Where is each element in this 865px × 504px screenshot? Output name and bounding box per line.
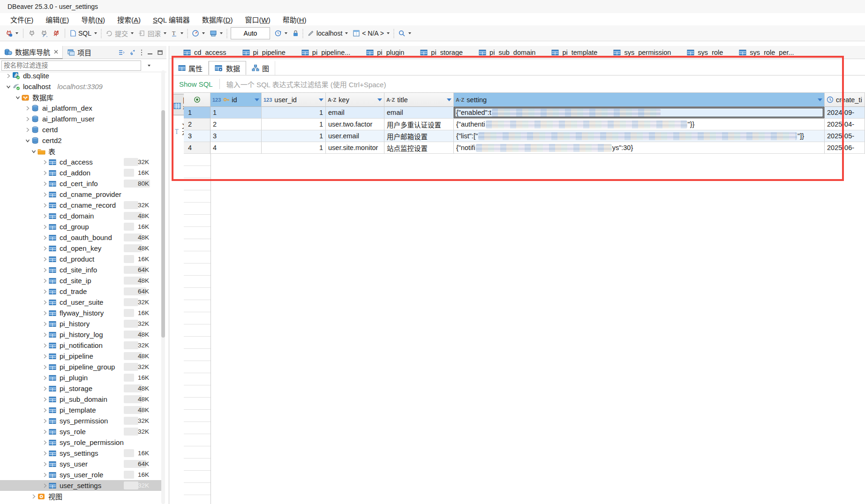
menu-item-6[interactable]: 窗口(W) [240, 13, 276, 26]
menu-item-7[interactable]: 帮助(H) [277, 13, 312, 26]
rollback-button[interactable]: 回滚 [136, 28, 169, 38]
menu-item-4[interactable]: SQL 编辑器 [147, 13, 196, 26]
row-number[interactable]: 3 [184, 130, 211, 142]
editor-tab-pi_sub_domain[interactable]: pi_sub_domain [471, 46, 543, 59]
tree-item-sys_user_role[interactable]: sys_user_role16K [0, 469, 161, 480]
chevron-right-icon[interactable] [41, 429, 49, 435]
tree-item-sys_role_permission[interactable]: sys_role_permission [0, 437, 161, 448]
tree-item-cd_user_suite[interactable]: cd_user_suite32K [0, 297, 161, 308]
minimize-icon[interactable] [147, 50, 153, 55]
sql-editor-button[interactable]: SQL [68, 28, 99, 38]
grid-corner-radio[interactable] [184, 93, 211, 107]
cell-setting[interactable]: {"enabled":t [454, 107, 825, 119]
chevron-right-icon[interactable] [41, 440, 49, 445]
chevron-right-icon[interactable] [41, 461, 49, 467]
sql-filter-placeholder[interactable]: 输入一个 SQL 表达式来过滤结果 (使用 Ctrl+Space) [226, 79, 386, 89]
tree-item-sys_user[interactable]: sys_user64K [0, 459, 161, 469]
lock-button[interactable] [290, 28, 301, 38]
chevron-right-icon[interactable] [41, 300, 49, 305]
sidebar-tab-projects[interactable]: 项目 [63, 46, 96, 59]
tree-item-cd_site_ip[interactable]: cd_site_ip48K [0, 275, 161, 286]
tree-item-sys_settings[interactable]: sys_settings16K [0, 448, 161, 459]
cell-user_id[interactable]: 1 [262, 119, 326, 130]
chevron-right-icon[interactable] [41, 192, 49, 197]
chevron-right-icon[interactable] [41, 181, 49, 187]
chevron-right-icon[interactable] [41, 246, 49, 251]
chevron-right-icon[interactable] [41, 289, 49, 294]
active-database-button[interactable]: < N/A > [350, 28, 392, 38]
tree-item-pi_storage[interactable]: pi_storage48K [0, 383, 161, 394]
cell-title[interactable]: email [384, 107, 454, 119]
connect-button[interactable] [26, 28, 38, 38]
maximize-icon[interactable] [157, 50, 164, 55]
cell-user_id[interactable]: 1 [262, 107, 326, 119]
cell-setting[interactable]: {"list":[""]} [454, 130, 825, 142]
cell-create_ti[interactable]: 2025-05- [825, 130, 865, 142]
column-filter-caret[interactable] [377, 98, 382, 101]
tree-item-sys_permission[interactable]: sys_permission32K [0, 415, 161, 426]
tree-item-flyway_history[interactable]: flyway_history16K [0, 308, 161, 318]
chevron-right-icon[interactable] [41, 483, 49, 489]
chevron-right-icon[interactable] [41, 332, 49, 338]
tree-item-表[interactable]: 表 [0, 146, 161, 157]
row-number[interactable]: 4 [184, 142, 211, 154]
cell-setting[interactable]: {"notifiys":30} [454, 142, 825, 154]
tree-item-clipped[interactable] [0, 502, 161, 504]
column-filter-caret[interactable] [818, 98, 822, 101]
tree-item-certd2[interactable]: certd2 [0, 135, 161, 146]
cell-user_id[interactable]: 1 [262, 142, 326, 154]
column-header-user_id[interactable]: 123user_id [262, 93, 326, 107]
chevron-right-icon[interactable] [41, 159, 49, 165]
tree-item-pi_sub_domain[interactable]: pi_sub_domain48K [0, 394, 161, 405]
tree-item-pi_template[interactable]: pi_template48K [0, 405, 161, 415]
chevron-right-icon[interactable] [41, 278, 49, 284]
chevron-down-icon[interactable] [14, 95, 22, 100]
tree-scrollbar[interactable] [161, 70, 165, 504]
editor-tab-pi_pipeline[interactable]: pi_pipeline... [293, 46, 358, 59]
cell-id[interactable]: 2 [211, 119, 262, 130]
row-number[interactable]: 1 [184, 107, 211, 119]
disconnect-button[interactable] [50, 28, 62, 38]
cell-create_ti[interactable]: 2025-06- [825, 142, 865, 154]
cell-setting[interactable]: {"authenti"}} [454, 119, 825, 130]
tree-item-localhost[interactable]: localhostlocalhost:3309 [0, 81, 161, 92]
tree-item-数据库[interactable]: 数据库 [0, 92, 161, 103]
chevron-right-icon[interactable] [41, 321, 49, 327]
tree-item-pi_history_log[interactable]: pi_history_log48K [0, 329, 161, 340]
cell-user_id[interactable]: 1 [262, 130, 326, 142]
chevron-right-icon[interactable] [41, 407, 49, 413]
commit-mode-input[interactable] [231, 27, 270, 39]
cell-key[interactable]: user.email [326, 130, 384, 142]
column-header-create_ti[interactable]: create_ti [825, 93, 865, 107]
column-filter-caret[interactable] [447, 98, 451, 101]
collapse-all-icon[interactable] [118, 49, 125, 56]
chevron-right-icon[interactable] [41, 256, 49, 262]
cell-key[interactable]: user.site.monitor [326, 142, 384, 154]
tree-item-cd_cname_record[interactable]: cd_cname_record32K [0, 200, 161, 211]
editor-tab-pi_template[interactable]: pi_template [543, 46, 605, 59]
chevron-down-icon[interactable] [30, 149, 38, 154]
column-filter-caret[interactable] [255, 98, 259, 101]
tree-item-pi_pipeline[interactable]: pi_pipeline48K [0, 351, 161, 361]
chevron-right-icon[interactable] [24, 105, 31, 111]
tree-item-pi_notification[interactable]: pi_notification32K [0, 340, 161, 351]
chevron-right-icon[interactable] [41, 310, 49, 316]
server-output-button[interactable] [207, 28, 225, 38]
editor-tab-sys_permission[interactable]: sys_permission [605, 46, 679, 59]
chevron-right-icon[interactable] [41, 451, 49, 456]
dashboard-button[interactable] [189, 28, 207, 38]
cell-create_ti[interactable]: 2025-04- [825, 119, 865, 130]
chevron-right-icon[interactable] [41, 472, 49, 478]
show-sql-button[interactable]: Show SQL [179, 80, 213, 88]
filter-dropdown-caret[interactable] [148, 65, 150, 67]
results-tab-图[interactable]: 图 [246, 61, 275, 75]
chevron-right-icon[interactable] [41, 170, 49, 176]
sidebar-tab-database-navigator[interactable]: 数据库导航 [0, 46, 63, 59]
link-editor-icon[interactable] [129, 49, 136, 56]
chevron-right-icon[interactable] [41, 397, 49, 402]
cell-id[interactable]: 3 [211, 130, 262, 142]
column-header-id[interactable]: 123id [211, 93, 262, 107]
chevron-right-icon[interactable] [41, 418, 49, 424]
editor-tab-sys_role_per[interactable]: sys_role_per... [731, 46, 802, 59]
chevron-right-icon[interactable] [41, 267, 49, 273]
